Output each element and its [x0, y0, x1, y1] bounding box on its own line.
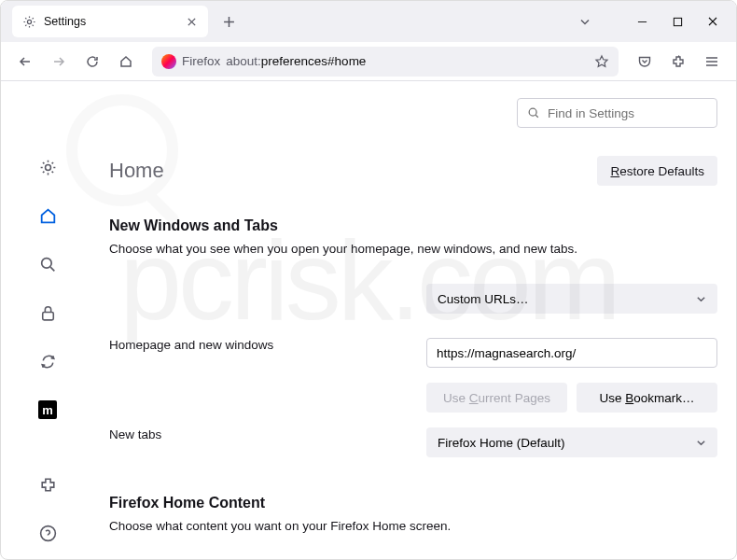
url-bar[interactable]: Firefox about:preferences#home	[152, 47, 619, 77]
newtabs-label: New tabs	[109, 427, 426, 441]
svg-point-2	[45, 164, 50, 170]
svg-point-0	[27, 20, 31, 23]
browser-tab[interactable]: Settings	[12, 6, 208, 37]
sidebar-item-privacy[interactable]	[33, 301, 63, 324]
page-title: Home	[109, 159, 164, 183]
sidebar-item-help[interactable]	[33, 522, 63, 544]
sidebar-item-extensions[interactable]	[33, 473, 63, 496]
reload-button[interactable]	[77, 47, 107, 77]
section-title-home-content: Firefox Home Content	[109, 495, 717, 511]
forward-button[interactable]	[44, 47, 74, 77]
section-desc-home-content: Choose what content you want on your Fir…	[109, 519, 717, 533]
homepage-select[interactable]: Custom URLs…	[426, 284, 717, 314]
window-close-button[interactable]	[697, 7, 729, 35]
minimize-button[interactable]	[626, 7, 658, 35]
svg-point-5	[40, 525, 55, 540]
tab-title: Settings	[44, 15, 176, 28]
back-button[interactable]	[10, 47, 40, 77]
m-icon: m	[38, 400, 57, 419]
bookmark-star-icon[interactable]	[594, 54, 609, 69]
find-in-settings-input[interactable]: Find in Settings	[517, 98, 717, 128]
extensions-button[interactable]	[663, 47, 693, 77]
svg-point-3	[41, 258, 51, 268]
home-button[interactable]	[111, 47, 141, 77]
sidebar-item-m[interactable]: m	[33, 399, 63, 421]
restore-defaults-button[interactable]: Restore Defaults	[597, 156, 717, 186]
maximize-button[interactable]	[661, 7, 693, 35]
identity-label: Firefox	[182, 54, 220, 68]
new-tab-button[interactable]	[216, 8, 242, 35]
use-current-pages-button: Use Current Pages	[426, 383, 567, 413]
tablist-dropdown-button[interactable]	[572, 8, 598, 35]
homepage-label: Homepage and new windows	[109, 338, 426, 352]
gear-icon	[21, 14, 36, 29]
svg-point-6	[529, 108, 536, 116]
use-bookmark-button[interactable]: Use Bookmark…	[577, 383, 717, 413]
newtabs-select-value: Firefox Home (Default)	[438, 436, 565, 450]
section-desc-windows-tabs: Choose what you see when you open your h…	[109, 242, 717, 256]
svg-rect-4	[42, 312, 53, 319]
app-menu-button[interactable]	[697, 47, 727, 77]
pocket-button[interactable]	[630, 47, 660, 77]
firefox-logo-icon	[161, 54, 176, 69]
homepage-select-value: Custom URLs…	[438, 292, 529, 306]
identity-box[interactable]: Firefox	[161, 54, 220, 69]
close-icon[interactable]	[184, 14, 199, 29]
sidebar-item-general[interactable]	[33, 156, 63, 178]
chevron-down-icon	[696, 438, 706, 448]
sidebar-item-sync[interactable]	[33, 350, 63, 372]
svg-rect-1	[674, 18, 681, 25]
homepage-url-input[interactable]	[426, 338, 717, 368]
sidebar-item-home[interactable]	[33, 204, 63, 227]
section-title-windows-tabs: New Windows and Tabs	[109, 217, 717, 234]
url-text: about:preferences#home	[226, 54, 589, 68]
sidebar-item-search[interactable]	[33, 253, 63, 275]
search-icon	[527, 106, 540, 119]
newtabs-select[interactable]: Firefox Home (Default)	[426, 427, 717, 457]
chevron-down-icon	[696, 294, 706, 304]
search-placeholder: Find in Settings	[548, 106, 634, 120]
